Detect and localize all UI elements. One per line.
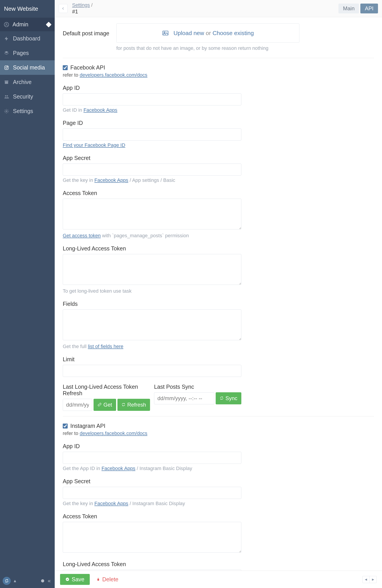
ig-app-id-input[interactable]: [63, 452, 241, 464]
ig-access-token-label: Access Token: [63, 513, 241, 520]
user-diamond-icon: [46, 22, 51, 27]
choose-existing-link[interactable]: Choose existing: [213, 30, 254, 36]
main: Settings / #1 Main API Default post imag…: [55, 0, 382, 588]
back-button[interactable]: [59, 4, 68, 13]
pager: ◀ ▶: [362, 576, 377, 583]
ig-fb-apps-link[interactable]: Facebook Apps: [101, 465, 136, 471]
default-post-image-row: Default post image Upload new or Choose …: [63, 23, 374, 51]
fb-find-page-id-link[interactable]: Find your Facebook Page ID: [63, 142, 125, 148]
fb-app-id-input[interactable]: [63, 93, 241, 105]
link-icon: [98, 402, 101, 408]
user-row[interactable]: Admin: [0, 18, 55, 31]
svg-point-2: [6, 67, 7, 68]
fb-page-id-input[interactable]: [63, 128, 241, 141]
sidebar-item-social[interactable]: Social media: [0, 60, 55, 75]
svg-point-11: [66, 578, 69, 581]
fb-posts-sync-label: Last Posts Sync: [154, 384, 241, 390]
svg-point-7: [7, 95, 8, 97]
check-circle-icon: [65, 576, 69, 583]
sidebar-item-archive[interactable]: Archive: [0, 75, 55, 89]
save-button[interactable]: Save: [60, 574, 90, 585]
sidebar-item-security[interactable]: Security: [0, 89, 55, 104]
fb-long-token-hint: To get long-lived token use task: [63, 288, 241, 294]
divider: [63, 58, 374, 58]
pager-next-button[interactable]: ▶: [369, 576, 377, 583]
trash-icon: [97, 576, 100, 583]
sync-button[interactable]: [3, 577, 11, 585]
fb-apps-link[interactable]: Facebook Apps: [94, 177, 128, 183]
ig-app-secret-group: App Secret Get the key in Facebook Apps …: [63, 478, 241, 506]
caret-up-icon[interactable]: ▲: [13, 579, 17, 583]
breadcrumb-parent[interactable]: Settings: [72, 2, 90, 8]
sidebar-item-pages[interactable]: Pages: [0, 46, 55, 60]
fb-token-refresh-group: Last Long-Lived Access Token Refresh Get…: [63, 384, 150, 411]
fb-get-token-link[interactable]: Get access token: [63, 233, 101, 238]
facebook-api-label[interactable]: Facebook API: [70, 64, 105, 71]
fb-sync-row: Last Long-Lived Access Token Refresh Get…: [63, 384, 241, 411]
svg-rect-4: [5, 81, 8, 81]
fb-app-secret-input[interactable]: [63, 164, 241, 176]
breadcrumb-current: #1: [72, 8, 93, 15]
instagram-api-label[interactable]: Instagram API: [70, 423, 105, 429]
fb-fields-link[interactable]: list of fields here: [88, 344, 123, 349]
collapse-sidebar-button[interactable]: «: [46, 576, 52, 585]
fb-page-id-group: Page ID Find your Facebook Page ID: [63, 120, 241, 148]
fb-fields-label: Fields: [63, 301, 241, 307]
instagram-icon: [4, 65, 9, 70]
upload-or: or: [206, 30, 211, 36]
sidebar-item-label: Pages: [13, 50, 29, 56]
svg-point-8: [6, 111, 7, 112]
fb-limit-label: Limit: [63, 356, 241, 363]
fb-access-token-group: Access Token Get access token with `page…: [63, 190, 241, 239]
ig-app-secret-input[interactable]: [63, 487, 241, 499]
delete-button[interactable]: Delete: [92, 574, 123, 585]
fb-posts-sync-input[interactable]: [154, 392, 214, 404]
fb-token-refresh-input[interactable]: [63, 399, 92, 411]
ig-access-token-group: Access Token: [63, 513, 241, 554]
fb-posts-sync-group: Last Posts Sync Sync: [154, 384, 241, 411]
pager-prev-button[interactable]: ◀: [362, 576, 369, 583]
fb-apps-link[interactable]: Facebook Apps: [83, 107, 118, 113]
facebook-api-checkbox[interactable]: [63, 65, 68, 70]
ig-access-token-input[interactable]: [63, 522, 241, 553]
fb-get-button[interactable]: Get: [94, 399, 116, 411]
status-dot-icon[interactable]: [41, 579, 44, 582]
facebook-docs-link[interactable]: developers.facebook.com/docs: [80, 72, 147, 78]
tab-switch: Main API: [339, 3, 378, 13]
topbar: Settings / #1 Main API: [55, 0, 382, 17]
tab-main[interactable]: Main: [339, 3, 359, 13]
facebook-refer: refer to developers.facebook.com/docs: [63, 72, 374, 78]
image-icon: [162, 29, 169, 37]
sidebar-item-label: Security: [13, 93, 33, 100]
sidebar-item-label: Social media: [13, 64, 45, 71]
svg-rect-5: [5, 82, 8, 84]
fb-sync-button[interactable]: Sync: [216, 392, 241, 404]
upload-box[interactable]: Upload new or Choose existing: [116, 23, 299, 43]
tab-api[interactable]: API: [360, 3, 378, 13]
default-post-image-hint: for posts that do not have an image, or …: [116, 45, 299, 51]
fb-app-secret-group: App Secret Get the key in Facebook Apps …: [63, 155, 241, 183]
upload-new-link[interactable]: Upload new: [174, 30, 204, 36]
sidebar-item-settings[interactable]: Settings: [0, 104, 55, 118]
fb-page-id-label: Page ID: [63, 120, 241, 126]
svg-point-3: [7, 66, 8, 67]
instagram-api-checkbox[interactable]: [63, 423, 68, 428]
ig-app-id-group: App ID Get the App ID in Facebook Apps /…: [63, 443, 241, 471]
fb-app-secret-label: App Secret: [63, 155, 241, 161]
fb-limit-input[interactable]: [63, 365, 241, 377]
instagram-api-toggle-row: Instagram API: [63, 423, 374, 429]
fb-access-token-input[interactable]: [63, 199, 241, 230]
sidebar-item-dashboard[interactable]: Dashboard: [0, 31, 55, 46]
svg-point-6: [5, 95, 6, 97]
instagram-refer: refer to developers.facebook.com/docs: [63, 430, 374, 436]
layers-icon: [4, 51, 9, 56]
bottom-bar: Save Delete ◀ ▶: [55, 570, 382, 588]
fb-refresh-button[interactable]: Refresh: [118, 399, 150, 411]
fb-app-id-label: App ID: [63, 85, 241, 91]
sidebar-item-label: Settings: [13, 108, 33, 114]
gear-icon: [4, 109, 9, 114]
fb-long-token-input[interactable]: [63, 254, 241, 285]
ig-fb-apps-link[interactable]: Facebook Apps: [94, 501, 128, 506]
instagram-docs-link[interactable]: developers.facebook.com/docs: [80, 430, 147, 436]
fb-fields-input[interactable]: [63, 309, 241, 340]
